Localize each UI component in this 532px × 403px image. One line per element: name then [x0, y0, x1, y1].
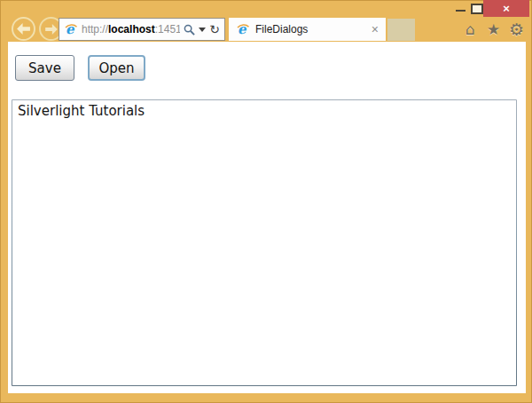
browser-toolbar: ⌂ ★ ⚙ — [461, 20, 526, 39]
text-editor-field[interactable]: Silverlight Tutorials — [12, 100, 516, 385]
favorites-star-icon[interactable]: ★ — [484, 20, 503, 39]
settings-gear-icon[interactable]: ⚙ — [507, 20, 526, 39]
close-icon: × — [503, 3, 510, 14]
new-tab-button[interactable] — [387, 19, 415, 41]
url-scheme: http:// — [82, 23, 108, 36]
tab-title: FileDialogs — [255, 23, 366, 36]
search-icon[interactable] — [184, 24, 195, 36]
url-text: http://localhost:1451/Fi — [82, 23, 180, 36]
address-dropdown-icon[interactable] — [199, 28, 206, 32]
open-button[interactable]: Open — [88, 55, 145, 81]
back-button[interactable] — [12, 17, 35, 41]
ie-tab-icon: e — [236, 22, 250, 36]
home-icon[interactable]: ⌂ — [461, 20, 480, 39]
close-window-button[interactable]: × — [483, 0, 529, 17]
ie-favicon: e — [64, 22, 78, 36]
address-bar[interactable]: e http://localhost:1451/Fi ↻ — [59, 18, 225, 41]
url-path: :1451/Fi — [155, 23, 181, 36]
save-button[interactable]: Save — [15, 55, 74, 81]
maximize-icon — [471, 4, 483, 14]
tab-close-icon[interactable]: × — [372, 23, 379, 36]
page-content: Save Open Silverlight Tutorials — [8, 42, 526, 393]
tab-filedialogs[interactable]: e FileDialogs × — [229, 18, 386, 41]
url-host: localhost — [108, 23, 155, 36]
browser-window: × e http://localhost:1451/Fi ↻ e FileDia… — [0, 0, 532, 403]
minimize-icon — [456, 10, 466, 12]
refresh-icon[interactable]: ↻ — [209, 23, 220, 36]
textbox-border: Silverlight Tutorials — [12, 99, 517, 386]
back-arrow-icon — [17, 23, 30, 35]
forward-arrow-icon — [45, 24, 58, 35]
